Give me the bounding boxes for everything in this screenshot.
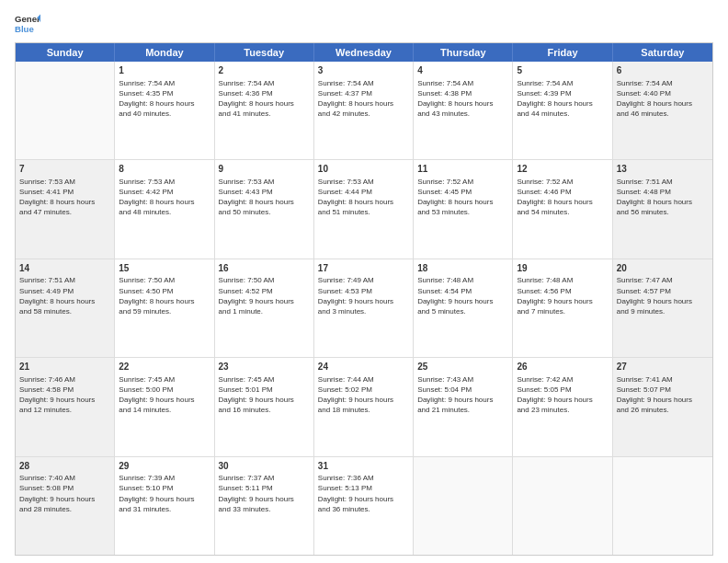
cal-cell: 25Sunrise: 7:43 AMSunset: 5:04 PMDayligh…: [414, 358, 513, 455]
cal-cell: 19Sunrise: 7:48 AMSunset: 4:56 PMDayligh…: [513, 259, 612, 357]
cal-cell: 11Sunrise: 7:52 AMSunset: 4:45 PMDayligh…: [414, 160, 513, 258]
day-number: 3: [318, 64, 409, 77]
day-number: 18: [417, 262, 508, 275]
cal-header-tuesday: Tuesday: [215, 43, 314, 62]
cell-info: Sunrise: 7:53 AMSunset: 4:44 PMDaylight:…: [318, 177, 409, 218]
cell-info: Sunrise: 7:54 AMSunset: 4:37 PMDaylight:…: [318, 78, 409, 120]
cal-cell: [513, 457, 612, 555]
cell-info: Sunrise: 7:49 AMSunset: 4:53 PMDaylight:…: [318, 275, 409, 316]
cell-info: Sunrise: 7:45 AMSunset: 5:00 PMDaylight:…: [119, 374, 210, 416]
day-number: 30: [219, 460, 310, 473]
cal-cell: 20Sunrise: 7:47 AMSunset: 4:57 PMDayligh…: [613, 259, 712, 357]
cell-info: Sunrise: 7:50 AMSunset: 4:50 PMDaylight:…: [119, 275, 210, 316]
cal-cell: 14Sunrise: 7:51 AMSunset: 4:49 PMDayligh…: [16, 259, 115, 357]
cal-cell: 6Sunrise: 7:54 AMSunset: 4:40 PMDaylight…: [613, 62, 712, 159]
cal-cell: 18Sunrise: 7:48 AMSunset: 4:54 PMDayligh…: [414, 259, 513, 357]
cal-header-monday: Monday: [115, 43, 214, 62]
cal-cell: 5Sunrise: 7:54 AMSunset: 4:39 PMDaylight…: [513, 62, 612, 159]
cal-cell: 21Sunrise: 7:46 AMSunset: 4:58 PMDayligh…: [16, 358, 115, 455]
cal-cell: 22Sunrise: 7:45 AMSunset: 5:00 PMDayligh…: [115, 358, 214, 455]
day-number: 14: [19, 262, 110, 275]
cell-info: Sunrise: 7:51 AMSunset: 4:48 PMDaylight:…: [617, 177, 709, 218]
cal-cell: 10Sunrise: 7:53 AMSunset: 4:44 PMDayligh…: [314, 160, 414, 258]
cal-cell: 17Sunrise: 7:49 AMSunset: 4:53 PMDayligh…: [314, 259, 414, 357]
cal-cell: [16, 62, 115, 159]
cal-cell: 31Sunrise: 7:36 AMSunset: 5:13 PMDayligh…: [314, 457, 414, 555]
day-number: 20: [617, 262, 709, 275]
cell-info: Sunrise: 7:51 AMSunset: 4:49 PMDaylight:…: [19, 275, 110, 316]
svg-text:Blue: Blue: [15, 24, 34, 34]
cell-info: Sunrise: 7:39 AMSunset: 5:10 PMDaylight:…: [119, 473, 210, 514]
cell-info: Sunrise: 7:48 AMSunset: 4:56 PMDaylight:…: [517, 275, 608, 316]
cal-cell: 1Sunrise: 7:54 AMSunset: 4:35 PMDaylight…: [115, 62, 214, 159]
day-number: 5: [517, 64, 608, 77]
day-number: 31: [318, 460, 409, 473]
cal-cell: 3Sunrise: 7:54 AMSunset: 4:37 PMDaylight…: [314, 62, 414, 159]
day-number: 11: [417, 163, 508, 176]
cal-cell: 9Sunrise: 7:53 AMSunset: 4:43 PMDaylight…: [215, 160, 314, 258]
day-number: 15: [119, 262, 210, 275]
cal-cell: 28Sunrise: 7:40 AMSunset: 5:08 PMDayligh…: [16, 457, 115, 555]
cal-cell: 8Sunrise: 7:53 AMSunset: 4:42 PMDaylight…: [115, 160, 214, 258]
cell-info: Sunrise: 7:53 AMSunset: 4:42 PMDaylight:…: [119, 177, 210, 218]
day-number: 1: [119, 64, 210, 77]
cell-info: Sunrise: 7:54 AMSunset: 4:38 PMDaylight:…: [417, 78, 508, 120]
cell-info: Sunrise: 7:42 AMSunset: 5:05 PMDaylight:…: [517, 374, 608, 416]
cal-cell: 2Sunrise: 7:54 AMSunset: 4:36 PMDaylight…: [215, 62, 314, 159]
day-number: 12: [517, 163, 608, 176]
day-number: 28: [19, 460, 110, 473]
cal-header-wednesday: Wednesday: [314, 43, 414, 62]
header: General Blue: [15, 11, 713, 37]
day-number: 9: [219, 163, 310, 176]
day-number: 29: [119, 460, 210, 473]
day-number: 19: [517, 262, 608, 275]
logo: General Blue: [15, 11, 40, 37]
cal-cell: [613, 457, 712, 555]
cell-info: Sunrise: 7:41 AMSunset: 5:07 PMDaylight:…: [617, 374, 709, 416]
cell-info: Sunrise: 7:40 AMSunset: 5:08 PMDaylight:…: [19, 473, 110, 514]
cell-info: Sunrise: 7:53 AMSunset: 4:43 PMDaylight:…: [219, 177, 310, 218]
cal-cell: 26Sunrise: 7:42 AMSunset: 5:05 PMDayligh…: [513, 358, 612, 455]
day-number: 23: [219, 361, 310, 373]
cal-cell: [414, 457, 513, 555]
cell-info: Sunrise: 7:54 AMSunset: 4:35 PMDaylight:…: [119, 78, 210, 120]
cell-info: Sunrise: 7:46 AMSunset: 4:58 PMDaylight:…: [19, 374, 110, 416]
cal-week-2: 14Sunrise: 7:51 AMSunset: 4:49 PMDayligh…: [16, 259, 712, 358]
cell-info: Sunrise: 7:37 AMSunset: 5:11 PMDaylight:…: [219, 473, 310, 514]
cell-info: Sunrise: 7:44 AMSunset: 5:02 PMDaylight:…: [318, 374, 409, 416]
cal-cell: 12Sunrise: 7:52 AMSunset: 4:46 PMDayligh…: [513, 160, 612, 258]
cal-cell: 24Sunrise: 7:44 AMSunset: 5:02 PMDayligh…: [314, 358, 414, 455]
cell-info: Sunrise: 7:54 AMSunset: 4:36 PMDaylight:…: [219, 78, 310, 120]
cell-info: Sunrise: 7:47 AMSunset: 4:57 PMDaylight:…: [617, 275, 709, 316]
cal-cell: 16Sunrise: 7:50 AMSunset: 4:52 PMDayligh…: [215, 259, 314, 357]
calendar-body: 1Sunrise: 7:54 AMSunset: 4:35 PMDaylight…: [16, 62, 712, 555]
day-number: 4: [417, 64, 508, 77]
cell-info: Sunrise: 7:36 AMSunset: 5:13 PMDaylight:…: [318, 473, 409, 514]
day-number: 8: [119, 163, 210, 176]
day-number: 25: [417, 361, 508, 373]
cal-header-sunday: Sunday: [16, 43, 115, 62]
cal-header-friday: Friday: [513, 43, 612, 62]
cell-info: Sunrise: 7:54 AMSunset: 4:40 PMDaylight:…: [617, 78, 709, 120]
cal-header-saturday: Saturday: [613, 43, 712, 62]
day-number: 24: [318, 361, 409, 373]
cal-cell: 15Sunrise: 7:50 AMSunset: 4:50 PMDayligh…: [115, 259, 214, 357]
logo-icon: General Blue: [15, 11, 40, 37]
page: General Blue SundayMondayTuesdayWednesda…: [0, 0, 728, 563]
cal-week-3: 21Sunrise: 7:46 AMSunset: 4:58 PMDayligh…: [16, 358, 712, 456]
cal-cell: 13Sunrise: 7:51 AMSunset: 4:48 PMDayligh…: [613, 160, 712, 258]
cal-cell: 27Sunrise: 7:41 AMSunset: 5:07 PMDayligh…: [613, 358, 712, 455]
cell-info: Sunrise: 7:43 AMSunset: 5:04 PMDaylight:…: [417, 374, 508, 416]
day-number: 26: [517, 361, 608, 373]
cal-cell: 29Sunrise: 7:39 AMSunset: 5:10 PMDayligh…: [115, 457, 214, 555]
day-number: 2: [219, 64, 310, 77]
day-number: 10: [318, 163, 409, 176]
cell-info: Sunrise: 7:52 AMSunset: 4:45 PMDaylight:…: [417, 177, 508, 218]
calendar-header-row: SundayMondayTuesdayWednesdayThursdayFrid…: [16, 43, 712, 62]
day-number: 13: [617, 163, 709, 176]
cal-header-thursday: Thursday: [414, 43, 513, 62]
cal-cell: 4Sunrise: 7:54 AMSunset: 4:38 PMDaylight…: [414, 62, 513, 159]
day-number: 21: [19, 361, 110, 373]
day-number: 27: [617, 361, 709, 373]
cal-week-1: 7Sunrise: 7:53 AMSunset: 4:41 PMDaylight…: [16, 160, 712, 259]
